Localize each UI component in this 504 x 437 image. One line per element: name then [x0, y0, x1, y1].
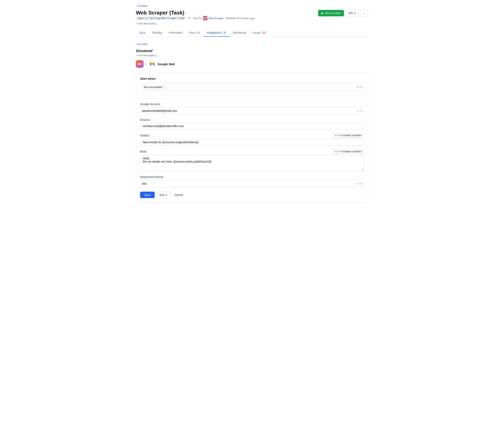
more-button[interactable]: ···	[360, 10, 368, 17]
attachment-format-value: xlsx	[142, 182, 357, 185]
tab-integrations[interactable]: Integrations 0	[204, 29, 229, 37]
attachment-clear-icon[interactable]: ✕	[357, 182, 359, 185]
google-account-dropdown-icon[interactable]: ∨	[360, 109, 362, 112]
start-when-title: Start when	[140, 77, 364, 80]
google-account-clear-icon[interactable]: ✕	[357, 109, 359, 112]
subject-group: Subject <> <> Available variables	[140, 133, 364, 146]
attachment-dropdown-icon[interactable]: ∨	[360, 182, 362, 185]
body-group: Body <> <> Available variables	[140, 149, 364, 172]
tab-standby[interactable]: Standby	[149, 29, 165, 37]
go-back-link[interactable]: ‹ Go back	[136, 43, 147, 46]
body-label: Body	[140, 150, 146, 153]
start-when-input[interactable]: Run succeeded ✕ ✕ ∨	[140, 83, 364, 91]
content-area: ‹ Go back Unnamed + Add description... W…	[136, 37, 368, 208]
tab-monitoring[interactable]: Monitoring	[230, 29, 249, 37]
email-to-label: Email to	[140, 118, 150, 121]
code-icon: <>	[334, 134, 337, 137]
clear-icon[interactable]: ✕	[357, 85, 359, 89]
email-to-group: Email to	[140, 118, 364, 129]
integrations-badge: 0	[223, 31, 226, 34]
integration-icons-row: WS » Google Mail	[136, 60, 368, 68]
issues-badge: 27	[262, 31, 267, 34]
actor-badge: WS	[203, 16, 207, 20]
google-account-value: pepakozelvalek@gmail.com	[142, 109, 357, 112]
tab-runs[interactable]: Runs 0	[186, 29, 204, 37]
cancel-button[interactable]: Cancel	[172, 192, 186, 198]
subject-input[interactable]	[140, 139, 364, 146]
dropdown-arrow-icon[interactable]: ∨	[360, 86, 362, 88]
modified-text: Modified 20 minutes ago	[226, 17, 255, 20]
action-buttons: Save Test ∨ Cancel	[140, 191, 364, 198]
integration-add-description[interactable]: + Add description...	[136, 54, 368, 57]
runs-badge: 0	[197, 31, 200, 34]
header-actions: ▶ Save & Start API ∨ ···	[318, 10, 368, 17]
tab-information[interactable]: Information	[165, 29, 186, 37]
attachment-format-label: Attachment format	[140, 175, 163, 179]
save-start-button[interactable]: ▶ Save & Start	[318, 10, 344, 16]
all-tasks-label: All tasks	[137, 4, 147, 7]
task-slug: pepa-is-testing/web-scraper-task	[136, 16, 186, 20]
task-for-label: Task for WS Web Scraper	[193, 16, 223, 20]
google-account-select[interactable]: pepakozelvalek@gmail.com ✕ ∨	[140, 107, 364, 115]
start-when-card: Start when Run succeeded ✕ ✕ ∨	[136, 73, 368, 95]
tag-remove-icon[interactable]: ✕	[163, 86, 165, 88]
arrow-icon: »	[145, 62, 147, 66]
tabs: Input Standby Information Runs 0 Integra…	[136, 29, 368, 37]
play-icon: ▶	[321, 11, 324, 15]
test-button[interactable]: Test ∨	[156, 191, 170, 198]
email-to-input[interactable]	[140, 123, 364, 129]
page-title: Web Scraper (Task)	[136, 10, 255, 16]
back-chevron-icon: ‹	[136, 4, 137, 7]
integration-name: Google Mail	[158, 62, 175, 66]
api-button[interactable]: API ∨	[346, 10, 359, 17]
test-chevron-down-icon: ∨	[165, 193, 167, 197]
tab-issues[interactable]: Issues 27	[249, 29, 270, 37]
attachment-format-group: Attachment format xlsx ✕ ∨	[140, 175, 364, 188]
code-icon-body: <>	[334, 150, 337, 153]
copy-icon[interactable]: ⧉	[188, 17, 190, 20]
body-textarea[interactable]	[140, 155, 364, 171]
back-chevron-inner-icon: ‹	[136, 43, 137, 46]
select-actions: ✕ ∨	[357, 85, 362, 89]
google-account-group: Google Account pepakozelvalek@gmail.com …	[140, 102, 364, 115]
subject-label: Subject	[140, 134, 150, 137]
run-succeeded-tag: Run succeeded ✕	[142, 85, 166, 89]
body-available-vars-button[interactable]: <> <> Available variables	[332, 149, 364, 154]
attachment-format-select[interactable]: xlsx ✕ ∨	[140, 180, 364, 188]
chevron-down-icon: ∨	[354, 11, 356, 15]
gmail-icon	[148, 60, 156, 68]
add-description-link[interactable]: + Add description...	[136, 22, 255, 25]
ws-icon: WS	[136, 60, 144, 68]
tab-input[interactable]: Input	[136, 29, 149, 37]
all-tasks-link[interactable]: ‹ All tasks	[136, 4, 147, 7]
integration-title: Unnamed	[136, 49, 368, 53]
actor-link[interactable]: Web Scraper	[208, 17, 224, 20]
integration-form: Google Account pepakozelvalek@gmail.com …	[136, 98, 368, 203]
save-button[interactable]: Save	[140, 192, 155, 198]
subject-available-vars-button[interactable]: <> <> Available variables	[332, 133, 364, 138]
google-account-label: Google Account	[140, 102, 160, 106]
